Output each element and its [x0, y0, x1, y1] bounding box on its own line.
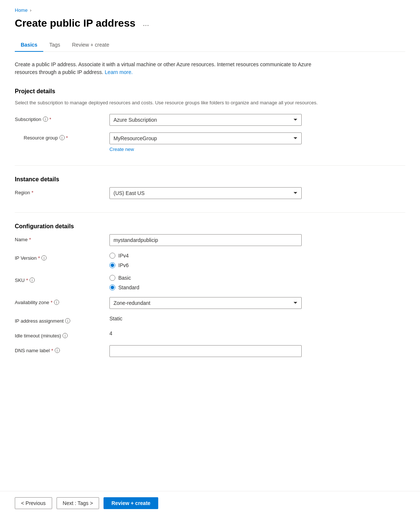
- ip-version-radio-group: IPv4 IPv6: [109, 253, 302, 268]
- subscription-info-icon: i: [43, 117, 48, 122]
- ip-version-info-icon: i: [41, 255, 47, 260]
- resource-group-row: Resource group i * MyResourceGroup Creat…: [15, 132, 405, 152]
- ip-version-required: *: [38, 255, 40, 261]
- ip-address-assignment-info-icon: i: [65, 318, 70, 323]
- sku-standard-label: Standard: [118, 285, 139, 290]
- ip-version-ipv4-option[interactable]: IPv4: [109, 253, 302, 259]
- availability-zone-label: Availability zone * i: [15, 297, 104, 305]
- next-button[interactable]: Next : Tags >: [57, 497, 99, 509]
- previous-button[interactable]: < Previous: [15, 497, 52, 509]
- breadcrumb-home[interactable]: Home: [15, 7, 28, 13]
- availability-zone-control: Zone-redundant: [109, 297, 302, 309]
- resource-group-control: MyResourceGroup Create new: [109, 132, 302, 152]
- page-description: Create a public IP address. Associate it…: [15, 61, 318, 76]
- ip-version-label: IP Version * i: [15, 253, 104, 261]
- sku-standard-option[interactable]: Standard: [109, 285, 302, 290]
- ip-version-ipv6-radio[interactable]: [109, 262, 115, 268]
- resource-group-info-icon: i: [60, 135, 65, 140]
- breadcrumb-separator: ›: [30, 7, 31, 13]
- name-row: Name *: [15, 234, 405, 246]
- subscription-label: Subscription i *: [15, 114, 104, 122]
- sku-control: Basic Standard: [109, 275, 302, 290]
- ip-version-ipv6-label: IPv6: [118, 262, 129, 268]
- sku-basic-radio[interactable]: [109, 275, 115, 281]
- sku-basic-label: Basic: [118, 275, 131, 281]
- project-details-desc: Select the subscription to manage deploy…: [15, 99, 318, 107]
- tabs-nav: Basics Tags Review + create: [15, 38, 405, 52]
- sku-row: SKU * i Basic Standard: [15, 275, 405, 290]
- ip-version-ipv6-option[interactable]: IPv6: [109, 262, 302, 268]
- sku-radio-group: Basic Standard: [109, 275, 302, 290]
- ip-version-ipv4-radio[interactable]: [109, 253, 115, 259]
- idle-timeout-value: 4: [109, 328, 112, 336]
- availability-zone-info-icon: i: [54, 300, 59, 305]
- project-details-title: Project details: [15, 88, 405, 95]
- dns-name-info-icon: i: [55, 348, 60, 353]
- instance-details-section: Instance details Region * (US) East US: [15, 176, 405, 199]
- dns-name-control: [109, 345, 302, 357]
- ip-address-assignment-value: Static: [109, 313, 122, 322]
- name-label: Name *: [15, 234, 104, 242]
- availability-zone-select[interactable]: Zone-redundant: [109, 297, 302, 309]
- dns-name-label: DNS name label * i: [15, 345, 104, 353]
- dns-name-row: DNS name label * i: [15, 345, 405, 357]
- name-control: [109, 234, 302, 246]
- tab-review-create[interactable]: Review + create: [66, 38, 115, 51]
- project-details-section: Project details Select the subscription …: [15, 88, 405, 152]
- availability-zone-row: Availability zone * i Zone-redundant: [15, 297, 405, 309]
- resource-group-label: Resource group i *: [15, 132, 104, 141]
- ip-address-assignment-label: IP address assignment i: [15, 316, 104, 324]
- tab-tags[interactable]: Tags: [43, 38, 66, 51]
- subscription-control: Azure Subscription: [109, 114, 302, 126]
- resource-group-select[interactable]: MyResourceGroup: [109, 132, 302, 144]
- review-create-button[interactable]: Review + create: [104, 497, 158, 509]
- idle-timeout-info-icon: i: [62, 333, 68, 338]
- instance-details-title: Instance details: [15, 176, 405, 183]
- page-title-row: Create public IP address ...: [15, 17, 405, 29]
- idle-timeout-row: Idle timeout (minutes) i 4: [15, 330, 405, 339]
- idle-timeout-value-wrap: 4: [109, 330, 302, 336]
- sku-required: *: [26, 277, 28, 283]
- configuration-details-section: Configuration details Name * IP Version …: [15, 223, 405, 357]
- name-input[interactable]: [109, 234, 302, 246]
- ellipsis-button[interactable]: ...: [140, 18, 152, 29]
- name-required: *: [29, 237, 31, 242]
- create-new-link[interactable]: Create new: [109, 147, 134, 152]
- divider-2: [15, 212, 405, 213]
- dns-name-required: *: [51, 348, 53, 353]
- footer: < Previous Next : Tags > Review + create: [0, 491, 420, 515]
- ip-version-row: IP Version * i IPv4 IPv6: [15, 253, 405, 268]
- divider-1: [15, 165, 405, 166]
- region-label: Region *: [15, 187, 104, 195]
- configuration-details-title: Configuration details: [15, 223, 405, 230]
- idle-timeout-label: Idle timeout (minutes) i: [15, 330, 104, 339]
- region-control: (US) East US: [109, 187, 302, 199]
- tab-basics[interactable]: Basics: [15, 38, 43, 51]
- subscription-required: *: [50, 117, 51, 122]
- subscription-select[interactable]: Azure Subscription: [109, 114, 302, 126]
- ip-version-control: IPv4 IPv6: [109, 253, 302, 268]
- learn-more-link[interactable]: Learn more.: [105, 69, 132, 75]
- ip-address-assignment-row: IP address assignment i Static: [15, 316, 405, 324]
- availability-zone-required: *: [51, 300, 52, 305]
- breadcrumb: Home ›: [15, 7, 405, 13]
- region-select[interactable]: (US) East US: [109, 187, 302, 199]
- sku-info-icon: i: [30, 277, 35, 283]
- sku-basic-option[interactable]: Basic: [109, 275, 302, 281]
- page-title: Create public IP address: [15, 17, 135, 29]
- sku-label: SKU * i: [15, 275, 104, 283]
- dns-name-input[interactable]: [109, 345, 302, 357]
- ip-address-assignment-value-wrap: Static: [109, 316, 302, 322]
- subscription-row: Subscription i * Azure Subscription: [15, 114, 405, 126]
- resource-group-required: *: [66, 135, 68, 141]
- sku-standard-radio[interactable]: [109, 285, 115, 290]
- region-required: *: [31, 190, 33, 195]
- region-row: Region * (US) East US: [15, 187, 405, 199]
- ip-version-ipv4-label: IPv4: [118, 253, 129, 259]
